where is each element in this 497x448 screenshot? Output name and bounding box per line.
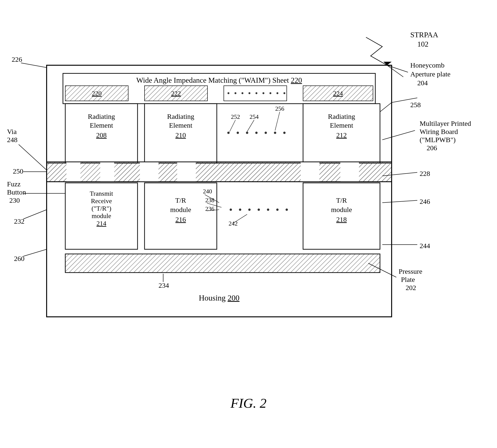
svg-point-28 [255,132,258,134]
tr-214-label3: ("T/R") [91,205,111,212]
num-232: 232 [14,217,24,225]
num-258: 258 [410,101,421,109]
fuzz-label1: Fuzz [7,180,20,188]
svg-point-46 [230,208,232,211]
rad-elem-208-label2: Element [90,121,113,129]
svg-rect-41 [301,162,319,182]
svg-rect-36 [47,162,392,182]
tr-216-label1: T/R [175,196,186,204]
housing-label: Housing 200 [199,294,240,302]
svg-point-14 [255,92,257,94]
tr-214-num: 214 [97,220,106,227]
num-254: 254 [250,113,259,120]
svg-point-31 [283,132,285,134]
num-252: 252 [231,113,240,120]
pressure-label2: Plate [401,276,415,283]
waim-222-label: 222 [171,90,181,97]
svg-point-51 [276,208,279,211]
svg-point-16 [269,92,271,94]
num-246: 246 [420,198,430,205]
num-250: 250 [13,167,23,175]
svg-point-30 [274,132,276,134]
fuzz-label2: Button [7,188,26,196]
svg-point-49 [258,208,260,211]
via-label: Via [7,128,17,135]
svg-point-25 [227,132,230,134]
diagram-container: Wide Angle Impedance Matching ("WAIM") S… [0,0,497,448]
honeycomb-num: 204 [417,79,428,87]
pressure-num: 202 [406,284,416,291]
waim-220-label: 220 [92,90,102,97]
svg-point-48 [248,208,251,211]
svg-rect-37 [66,162,81,182]
tr-214-label1: Transmit [90,190,113,197]
svg-point-29 [265,132,267,134]
svg-rect-40 [177,162,196,182]
svg-point-10 [228,92,229,94]
num-240-label: 240 [203,188,212,195]
rad-elem-212-label2: Element [330,121,353,129]
mlpwb-num: 206 [427,144,437,152]
main-svg: Wide Angle Impedance Matching ("WAIM") S… [0,0,497,448]
tr-218-num: 218 [336,215,347,223]
strpaa-num: 102 [417,40,429,48]
tr-218-label1: T/R [336,196,347,204]
honeycomb-label2: Aperture plate [410,70,450,78]
tr-218-label2: module [331,206,352,213]
svg-point-11 [234,92,236,94]
waim-224-label: 224 [333,90,343,97]
svg-point-15 [263,92,264,94]
num-236-label: 236 [205,206,215,212]
num-244: 244 [420,242,430,250]
svg-rect-39 [140,162,159,182]
num-226: 226 [12,55,22,63]
svg-point-47 [239,208,241,211]
svg-point-50 [267,208,269,211]
num-260: 260 [14,255,24,262]
num-234: 234 [159,281,169,289]
svg-point-26 [237,132,239,134]
tr-214-label4: module [92,212,111,220]
num-238-label: 238 [205,197,215,204]
honeycomb-label1: Honeycomb [410,61,445,69]
rad-elem-208-num: 208 [96,131,107,139]
strpaa-label: STRPAA [410,31,438,39]
tr-216-num: 216 [176,215,186,223]
svg-rect-42 [340,162,359,182]
num-228: 228 [420,170,430,177]
via-num: 248 [7,136,17,144]
rad-elem-208-label1: Radiating [88,112,115,120]
rad-elem-210-label1: Radiating [167,112,194,120]
rad-elem-210-num: 210 [176,131,186,139]
svg-point-12 [242,92,243,94]
waim-title: Wide Angle Impedance Matching ("WAIM") S… [136,76,302,84]
svg-rect-58 [65,254,380,272]
rad-elem-212-label1: Radiating [328,112,355,120]
rad-elem-210-label2: Element [169,121,193,129]
svg-point-13 [248,92,250,94]
svg-point-52 [285,208,288,211]
tr-216-label2: module [170,206,191,213]
svg-point-18 [283,92,285,94]
svg-point-17 [277,92,278,94]
fig-caption: FIG. 2 [230,396,267,411]
svg-point-27 [246,132,248,134]
mlpwb-label3: ("MLPWB") [420,136,456,144]
pressure-label1: Pressure [399,268,422,275]
num-256: 256 [275,105,284,112]
tr-214-label2: Receive [91,197,112,205]
rad-elem-212-num: 212 [336,131,347,139]
mlpwb-label2: Wiring Board [420,128,458,135]
fuzz-num: 230 [9,196,20,204]
mlpwb-label1: Multilayer Printed [420,120,471,127]
svg-rect-38 [100,162,114,182]
